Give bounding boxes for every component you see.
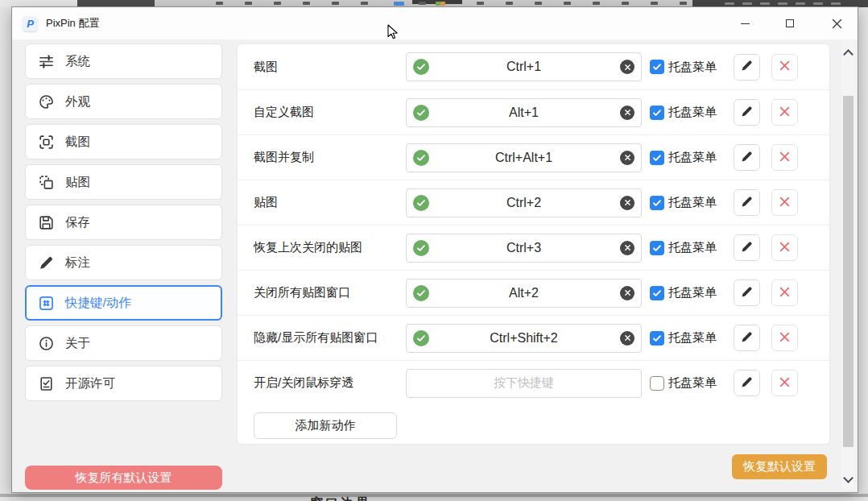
tray-menu-option[interactable]: 托盘菜单 xyxy=(650,60,717,75)
hotkey-valid-icon xyxy=(413,285,429,301)
edit-action-button[interactable] xyxy=(734,279,760,306)
tray-menu-option[interactable]: 托盘菜单 xyxy=(650,375,717,391)
delete-action-button[interactable] xyxy=(771,99,798,126)
sidebar-item-open-source-license[interactable]: 开源许可 xyxy=(25,366,222,401)
delete-x-icon xyxy=(779,196,791,210)
sidebar-item-annotate[interactable]: 标注 xyxy=(25,245,222,280)
maximize-icon xyxy=(786,19,794,27)
clear-hotkey-icon[interactable] xyxy=(620,196,634,210)
edit-action-button[interactable] xyxy=(734,144,760,171)
maximize-button[interactable] xyxy=(771,7,808,39)
tray-menu-checkbox[interactable] xyxy=(650,331,664,346)
add-action-row: 添加新动作 xyxy=(238,405,829,439)
info-icon xyxy=(38,335,55,352)
close-icon xyxy=(832,19,842,29)
tray-menu-option[interactable]: 托盘菜单 xyxy=(650,150,717,165)
screenshot-icon xyxy=(38,134,55,151)
clear-hotkey-icon[interactable] xyxy=(620,241,634,255)
tray-menu-checkbox[interactable] xyxy=(650,286,664,300)
hotkey-icon xyxy=(38,295,55,312)
background-icon-mark xyxy=(332,2,339,5)
tray-menu-checkbox[interactable] xyxy=(650,60,664,74)
edit-action-button[interactable] xyxy=(734,189,760,216)
hotkey-input[interactable]: Alt+1 xyxy=(406,98,642,127)
add-new-action-button[interactable]: 添加新动作 xyxy=(254,412,397,439)
tray-menu-option[interactable]: 托盘菜单 xyxy=(650,105,717,120)
tray-menu-label: 托盘菜单 xyxy=(668,150,717,165)
scroll-up-icon[interactable] xyxy=(843,49,854,60)
reset-defaults-button[interactable]: 恢复默认设置 xyxy=(732,454,827,479)
background-icon-mark xyxy=(622,2,629,5)
edit-action-button[interactable] xyxy=(734,325,760,351)
delete-action-button[interactable] xyxy=(771,54,798,81)
delete-action-button[interactable] xyxy=(771,189,798,216)
hotkey-input[interactable]: Ctrl+3 xyxy=(406,234,642,263)
hotkey-input[interactable]: Ctrl+2 xyxy=(406,188,642,217)
tray-menu-label: 托盘菜单 xyxy=(668,240,717,255)
edit-action-button[interactable] xyxy=(734,370,760,396)
delete-action-button[interactable] xyxy=(771,234,798,261)
delete-action-button[interactable] xyxy=(771,370,798,396)
hotkey-input[interactable]: Ctrl+Alt+1 xyxy=(406,143,642,172)
license-icon xyxy=(38,375,55,392)
hotkey-row-screenshot-and-copy: 截图并复制 Ctrl+Alt+1 托盘菜单 xyxy=(238,135,829,180)
tray-menu-checkbox[interactable] xyxy=(650,196,664,210)
clear-hotkey-icon[interactable] xyxy=(620,151,634,165)
scrollbar-thumb[interactable] xyxy=(843,96,854,447)
sidebar-item-hotkeys-actions[interactable]: 快捷键/动作 xyxy=(25,285,222,321)
hotkey-input[interactable]: 按下快捷键 xyxy=(406,369,642,398)
hotkey-input[interactable]: Alt+2 xyxy=(406,279,642,308)
edit-action-button[interactable] xyxy=(734,54,760,81)
background-text-fragment xyxy=(796,2,805,5)
delete-x-icon xyxy=(779,376,791,391)
hotkey-row-toggle-mouse-through: 开启/关闭鼠标穿透 按下快捷键 托盘菜单 xyxy=(238,360,829,405)
action-label: 关闭所有贴图窗口 xyxy=(254,285,406,300)
clear-hotkey-icon[interactable] xyxy=(620,106,634,120)
action-label: 隐藏/显示所有贴图窗口 xyxy=(254,330,406,346)
tray-menu-checkbox[interactable] xyxy=(650,151,664,165)
delete-action-button[interactable] xyxy=(771,279,798,306)
sidebar-item-appearance[interactable]: 外观 xyxy=(25,84,222,119)
minimize-button[interactable] xyxy=(726,7,763,39)
tray-menu-option[interactable]: 托盘菜单 xyxy=(650,285,717,300)
delete-action-button[interactable] xyxy=(771,325,798,351)
background-icon-mark xyxy=(564,2,571,5)
hotkey-row-restore-last-closed-pin: 恢复上次关闭的贴图 Ctrl+3 托盘菜单 xyxy=(238,225,829,270)
hotkey-row-toggle-all-pin-windows: 隐藏/显示所有贴图窗口 Ctrl+Shift+2 托盘菜单 xyxy=(238,315,829,360)
tray-menu-option[interactable]: 托盘菜单 xyxy=(650,240,717,255)
tray-menu-checkbox[interactable] xyxy=(650,241,664,255)
hotkey-value: Alt+1 xyxy=(509,106,539,120)
background-icon-mark xyxy=(506,2,513,5)
hotkey-value: Ctrl+1 xyxy=(506,60,541,74)
edit-action-button[interactable] xyxy=(734,234,760,261)
close-button[interactable] xyxy=(818,7,855,39)
delete-action-button[interactable] xyxy=(771,144,798,171)
background-icon-mark xyxy=(440,2,445,6)
edit-action-button[interactable] xyxy=(734,99,760,126)
tray-menu-checkbox[interactable] xyxy=(650,106,664,120)
pencil-icon xyxy=(740,105,754,121)
hotkey-valid-icon xyxy=(413,59,429,75)
sidebar-item-screenshot[interactable]: 截图 xyxy=(25,124,222,159)
delete-x-icon xyxy=(779,241,791,255)
background-icon-mark xyxy=(680,2,687,5)
tray-menu-label: 托盘菜单 xyxy=(668,60,717,75)
sidebar-item-pin-image[interactable]: 贴图 xyxy=(25,164,222,200)
sidebar-item-system[interactable]: 系统 xyxy=(25,43,222,79)
vertical-scrollbar[interactable] xyxy=(841,39,855,490)
hotkey-valid-icon xyxy=(413,105,429,121)
clear-hotkey-icon[interactable] xyxy=(620,286,634,300)
reset-all-defaults-button[interactable]: 恢复所有默认设置 xyxy=(25,466,222,490)
tray-menu-checkbox[interactable] xyxy=(650,376,664,391)
hotkey-valid-icon xyxy=(413,240,429,256)
tray-menu-option[interactable]: 托盘菜单 xyxy=(650,330,717,346)
clear-hotkey-icon[interactable] xyxy=(620,331,634,346)
hotkey-input[interactable]: Ctrl+Shift+2 xyxy=(406,324,642,353)
sidebar-item-save[interactable]: 保存 xyxy=(25,205,222,240)
tray-menu-option[interactable]: 托盘菜单 xyxy=(650,195,717,210)
hotkey-input[interactable]: Ctrl+1 xyxy=(406,52,642,81)
scroll-down-icon[interactable] xyxy=(843,473,854,483)
delete-x-icon xyxy=(779,106,791,120)
clear-hotkey-icon[interactable] xyxy=(620,60,634,74)
sidebar-item-about[interactable]: 关于 xyxy=(25,325,222,361)
